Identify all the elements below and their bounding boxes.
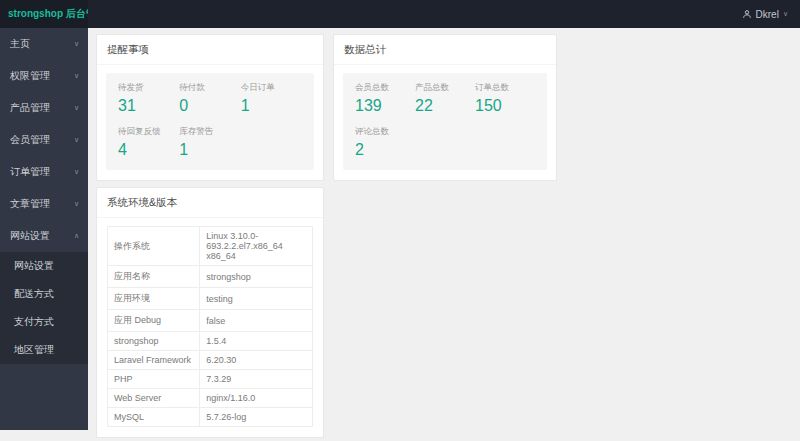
- table-row: 应用 Debug false: [108, 310, 313, 332]
- stat-label: 会员总数: [355, 82, 415, 94]
- chevron-down-icon: ∨: [74, 200, 79, 208]
- sidebar: 主页 ∨ 权限管理 ∨ 产品管理 ∨ 会员管理 ∨ 订单管理 ∨ 文章管理 ∨ …: [0, 28, 88, 430]
- sidebar-item[interactable]: 网站设置: [0, 252, 88, 280]
- stat: 今日订单 1: [241, 82, 302, 115]
- app-logo[interactable]: strongshop 后台管理: [0, 0, 88, 28]
- chevron-up-icon: ∧: [74, 232, 79, 240]
- stat-label: 产品总数: [415, 82, 475, 94]
- sidebar-item-label: 网站设置: [10, 229, 50, 243]
- stat-value: 31: [118, 97, 179, 115]
- sidebar-item[interactable]: 文章管理 ∨: [0, 188, 88, 220]
- topbar-right: Dkrel ∨: [690, 0, 800, 28]
- row-value: nginx/1.16.0: [200, 389, 313, 408]
- table-row: PHP 7.3.29: [108, 370, 313, 389]
- row-label: strongshop: [108, 332, 200, 351]
- sidebar-item-label: 产品管理: [10, 101, 50, 115]
- row-value: Linux 3.10.0-693.2.2.el7.x86_64 x86_64: [200, 227, 313, 266]
- row-value: 1.5.4: [200, 332, 313, 351]
- stat-value: 22: [415, 97, 475, 115]
- user-name: Dkrel: [756, 9, 779, 20]
- stat-label: 订单总数: [475, 82, 535, 94]
- stat: 订单总数 150: [475, 82, 535, 115]
- stat: 待付款 0: [179, 82, 240, 115]
- sidebar-item[interactable]: 地区管理: [0, 336, 88, 364]
- row-label: Laravel Framework: [108, 351, 200, 370]
- row-label: 应用 Debug: [108, 310, 200, 332]
- row-value: 5.7.26-log: [200, 408, 313, 427]
- chevron-down-icon: ∨: [74, 104, 79, 112]
- sidebar-item-label: 地区管理: [14, 343, 54, 357]
- table-row: 操作系统 Linux 3.10.0-693.2.2.el7.x86_64 x86…: [108, 227, 313, 266]
- row-value: 7.3.29: [200, 370, 313, 389]
- sidebar-item[interactable]: 主页 ∨: [0, 28, 88, 60]
- nav-item[interactable]: [88, 0, 114, 28]
- topbar-spacer: [192, 0, 690, 28]
- stat-value: 150: [475, 97, 535, 115]
- sidebar-item-label: 文章管理: [10, 197, 50, 211]
- chevron-down-icon: ∨: [74, 168, 79, 176]
- chevron-down-icon: ∨: [74, 40, 79, 48]
- reminders-card: 提醒事项 待发货 31 待付款 0 今日订单 1 待回复反馈 4 库存警告 1: [96, 34, 324, 181]
- sidebar-item[interactable]: 网站设置 ∧: [0, 220, 88, 252]
- row-label: 应用环境: [108, 288, 200, 310]
- top-nav: [88, 0, 192, 28]
- row-value: strongshop: [200, 266, 313, 288]
- row-label: 操作系统: [108, 227, 200, 266]
- stat-label: 待发货: [118, 82, 179, 94]
- table-row: strongshop 1.5.4: [108, 332, 313, 351]
- stat-label: 今日订单: [241, 82, 302, 94]
- table-row: 应用环境 testing: [108, 288, 313, 310]
- sidebar-item[interactable]: 会员管理 ∨: [0, 124, 88, 156]
- sidebar-item-label: 会员管理: [10, 133, 50, 147]
- sidebar-item-label: 配送方式: [14, 287, 54, 301]
- chevron-down-icon: ∨: [74, 136, 79, 144]
- stat-label: 库存警告: [179, 126, 240, 138]
- stat: 会员总数 139: [355, 82, 415, 115]
- row-value: testing: [200, 288, 313, 310]
- sidebar-item-label: 权限管理: [10, 69, 50, 83]
- stat-value: 0: [179, 97, 240, 115]
- sidebar-item[interactable]: 配送方式: [0, 280, 88, 308]
- system-table: 操作系统 Linux 3.10.0-693.2.2.el7.x86_64 x86…: [107, 226, 313, 427]
- totals-stats: 会员总数 139 产品总数 22 订单总数 150 评论总数 2: [343, 73, 547, 170]
- stat-value: 4: [118, 141, 179, 159]
- user-icon: [742, 9, 752, 19]
- stat-value: 2: [355, 141, 415, 159]
- stat-value: 1: [241, 97, 302, 115]
- row-label: PHP: [108, 370, 200, 389]
- stat-label: 待回复反馈: [118, 126, 179, 138]
- nav-item[interactable]: [114, 0, 140, 28]
- sidebar-item[interactable]: 权限管理 ∨: [0, 60, 88, 92]
- totals-card-title: 数据总计: [334, 35, 556, 65]
- sidebar-item[interactable]: 订单管理 ∨: [0, 156, 88, 188]
- table-row: Laravel Framework 6.20.30: [108, 351, 313, 370]
- table-row: Web Server nginx/1.16.0: [108, 389, 313, 408]
- row-label: MySQL: [108, 408, 200, 427]
- stat: 库存警告 1: [179, 126, 240, 159]
- row-value: 6.20.30: [200, 351, 313, 370]
- user-menu[interactable]: Dkrel ∨: [734, 9, 800, 20]
- sidebar-item-label: 网站设置: [14, 259, 54, 273]
- stat: 产品总数 22: [415, 82, 475, 115]
- sidebar-item-label: 订单管理: [10, 165, 50, 179]
- nav-item[interactable]: [166, 0, 192, 28]
- row-label: Web Server: [108, 389, 200, 408]
- stat: 评论总数 2: [355, 126, 415, 159]
- table-row: 应用名称 strongshop: [108, 266, 313, 288]
- topbar: strongshop 后台管理 Dkrel ∨: [0, 0, 800, 28]
- table-row: MySQL 5.7.26-log: [108, 408, 313, 427]
- nav-item[interactable]: [140, 0, 166, 28]
- reminders-stats: 待发货 31 待付款 0 今日订单 1 待回复反馈 4 库存警告 1: [106, 73, 314, 170]
- stat: 待发货 31: [118, 82, 179, 115]
- chevron-down-icon: ∨: [783, 10, 788, 18]
- totals-card: 数据总计 会员总数 139 产品总数 22 订单总数 150 评论总数 2: [333, 34, 557, 181]
- row-label: 应用名称: [108, 266, 200, 288]
- stat-label: 待付款: [179, 82, 240, 94]
- chevron-down-icon: ∨: [74, 72, 79, 80]
- stat-value: 1: [179, 141, 240, 159]
- stat: 待回复反馈 4: [118, 126, 179, 159]
- sidebar-item[interactable]: 产品管理 ∨: [0, 92, 88, 124]
- main-content: 提醒事项 待发货 31 待付款 0 今日订单 1 待回复反馈 4 库存警告 1 …: [88, 28, 800, 441]
- sidebar-item[interactable]: 支付方式: [0, 308, 88, 336]
- sidebar-item-label: 主页: [10, 37, 30, 51]
